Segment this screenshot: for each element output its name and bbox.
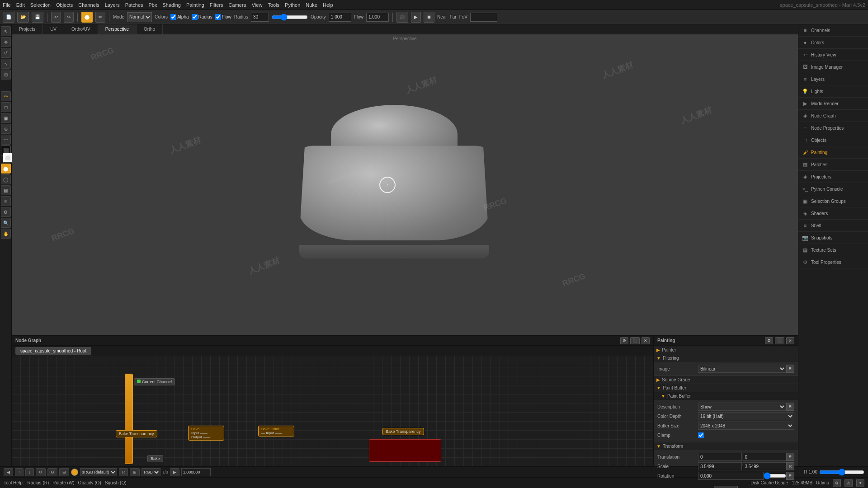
ng-tab-root[interactable]: space_capsule_smoothed - Root [15, 347, 91, 355]
tab-ortho[interactable]: Ortho [137, 24, 163, 34]
undo-btn[interactable]: ↩ [51, 12, 61, 23]
transform-section[interactable]: ▼ Transform [654, 442, 798, 450]
status-btn3[interactable]: ✦ [856, 479, 864, 487]
ng-btn1[interactable]: ⚙ [620, 337, 628, 344]
lt-background[interactable]: ⬜ [3, 153, 13, 163]
cam-btn3[interactable]: ⏹ [424, 12, 434, 23]
menu-file[interactable]: File [3, 2, 11, 8]
tab-projects[interactable]: Projects [12, 24, 43, 34]
zoom-input[interactable] [181, 468, 211, 476]
ng-current-channel[interactable]: Current Channel [134, 378, 175, 385]
rp-node-graph[interactable]: ◈ Node Graph [798, 110, 868, 122]
source-grade-section[interactable]: ▶ Source Grade [654, 375, 798, 384]
rp-patches[interactable]: ▦ Patches [798, 159, 868, 171]
lt-tool1[interactable]: ≡ [1, 196, 11, 206]
rp-history[interactable]: ↩ History View [798, 49, 868, 61]
clamp-checkbox[interactable] [698, 432, 704, 438]
bt-more1[interactable]: ⊞ [59, 468, 69, 476]
status-btn2[interactable]: ⚠ [844, 479, 853, 487]
rp-shaders[interactable]: ◈ Shaders [798, 207, 868, 220]
rp-painting[interactable]: 🖌 Painting [798, 146, 868, 159]
menu-patches[interactable]: Patches [125, 2, 143, 8]
bt-refresh[interactable]: ↺ [36, 468, 46, 476]
lt-erase[interactable]: ◻ [1, 102, 11, 112]
mode-select[interactable]: Normal [127, 12, 152, 22]
translation-r-btn[interactable]: R [786, 453, 794, 461]
painter-section[interactable]: ▶ Painter [654, 346, 798, 354]
bt-add[interactable]: + [15, 468, 24, 476]
paint-mode-btn[interactable]: ⬤ [81, 12, 93, 23]
lt-tool2[interactable]: ⚙ [1, 207, 11, 217]
cam-btn2[interactable]: ▶ [411, 12, 421, 23]
lt-clone[interactable]: ⊕ [1, 124, 11, 134]
menu-shading[interactable]: Shading [163, 2, 181, 8]
filtering-section[interactable]: ▼ Filtering [654, 354, 798, 362]
color-depth-select[interactable]: 16 bit (Half) [698, 412, 794, 420]
menu-layers[interactable]: Layers [105, 2, 120, 8]
new-btn[interactable]: 📄 [3, 12, 14, 23]
menu-filters[interactable]: Filters [210, 2, 223, 8]
rp-node-properties[interactable]: ≡ Node Properties [798, 122, 868, 134]
pp-close[interactable]: ✕ [786, 337, 794, 344]
rp-texture-sets[interactable]: ▦ Texture Sets [798, 244, 868, 256]
alpha-check[interactable]: Alpha [170, 14, 189, 20]
bt-play[interactable]: ▶ [170, 468, 179, 476]
bt-settings[interactable]: ⚙ [47, 468, 57, 476]
rp-selection-groups[interactable]: ▣ Selection Groups [798, 195, 868, 207]
lt-eraser[interactable]: ◯ [1, 174, 11, 184]
lt-smudge[interactable]: 〰 [1, 135, 11, 145]
r-slider[interactable] [819, 469, 864, 476]
status-btn1[interactable]: ⚙ [833, 479, 841, 487]
menu-painting[interactable]: Painting [186, 2, 204, 8]
ng-close[interactable]: ✕ [642, 337, 650, 344]
translation-y[interactable] [743, 453, 787, 461]
rp-projectors[interactable]: ◈ Projectors [798, 171, 868, 183]
radius-slider[interactable] [272, 14, 308, 21]
viewport-perspective[interactable]: Perspective RRCG 人人素材 人人素材 RRCG RRCG 人人素… [12, 34, 798, 335]
lt-transform[interactable]: ⊞ [1, 70, 11, 80]
rp-colors[interactable]: ● Colors [798, 37, 868, 49]
rp-channels[interactable]: ≡ Channels [798, 24, 868, 37]
fov-input[interactable] [470, 13, 497, 22]
color-mode-select[interactable]: sRGB (default) [80, 468, 117, 476]
menu-tools[interactable]: Tools [268, 2, 279, 8]
menu-selection[interactable]: Selection [30, 2, 51, 8]
rp-layers[interactable]: ≡ Layers [798, 73, 868, 85]
ng-node-bake-transparency2[interactable]: Bake Transparency [382, 428, 424, 435]
ng-node-bake-transparency1[interactable]: Bake Transparency [116, 430, 157, 437]
description-select[interactable]: Show [698, 403, 786, 411]
ng-node-red[interactable] [369, 439, 441, 462]
radius-check[interactable]: Radius [192, 14, 212, 20]
flow-check[interactable]: Flow [215, 14, 231, 20]
tab-orthouv[interactable]: Ortho/UV [64, 24, 98, 34]
ng-btn2[interactable]: ⬛ [630, 337, 640, 344]
rp-lights[interactable]: 💡 Lights [798, 85, 868, 98]
buffer-size-select[interactable]: 2048 x 2048 [698, 422, 794, 430]
menu-edit[interactable]: Edit [16, 2, 25, 8]
reset-btn[interactable]: Reset [714, 486, 737, 488]
paint-buffer-subsection[interactable]: ▼ Paint Buffer [654, 392, 798, 400]
lt-zoom[interactable]: 🔍 [1, 218, 11, 228]
menu-python[interactable]: Python [285, 2, 300, 8]
bt-down[interactable]: ↓ [25, 468, 34, 476]
pp-btn2[interactable]: ⬛ [775, 337, 784, 344]
menu-channels[interactable]: Channels [78, 2, 99, 8]
ng-node-small[interactable]: Bake [147, 455, 163, 462]
menu-help[interactable]: Help [323, 2, 333, 8]
lt-rotate[interactable]: ↺ [1, 48, 11, 58]
scale-y[interactable] [743, 462, 787, 470]
menu-objects[interactable]: Objects [56, 2, 73, 8]
bt-back[interactable]: ◀ [4, 468, 13, 476]
lt-scale[interactable]: ⤡ [1, 59, 11, 69]
lt-hand[interactable]: ✋ [1, 229, 11, 239]
opacity-input[interactable] [329, 13, 351, 22]
menu-nuke[interactable]: Nuke [306, 2, 317, 8]
scale-r-btn[interactable]: R [786, 462, 794, 470]
lt-brush-type[interactable]: ⬤ [1, 164, 11, 174]
paint-buffer-section[interactable]: ▼ Paint Buffer [654, 384, 798, 392]
rp-tool-properties[interactable]: ⚙ Tool Properties [798, 256, 868, 268]
translation-x[interactable] [698, 453, 742, 461]
ng-node-bake[interactable]: Bake Input —— Output —— [188, 426, 224, 441]
scale-x[interactable] [698, 462, 742, 470]
redo-btn[interactable]: ↪ [64, 12, 74, 23]
